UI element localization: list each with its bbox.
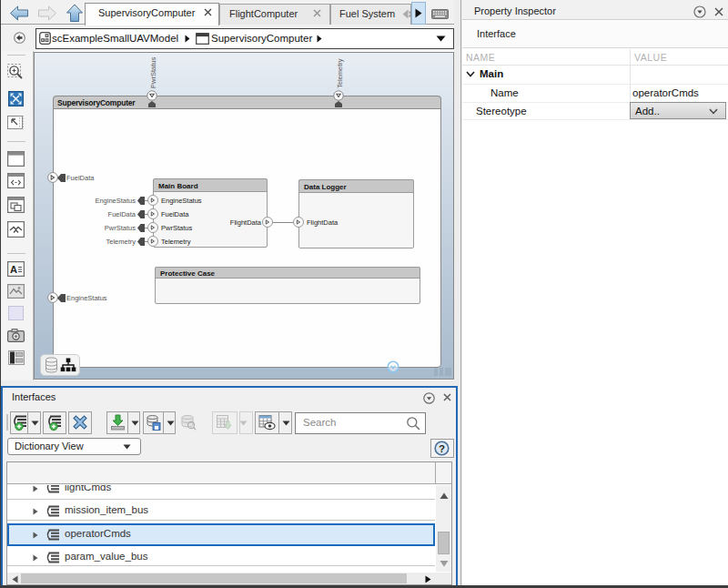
svg-text:?: ? (439, 443, 445, 454)
svg-text:A: A (10, 264, 17, 275)
